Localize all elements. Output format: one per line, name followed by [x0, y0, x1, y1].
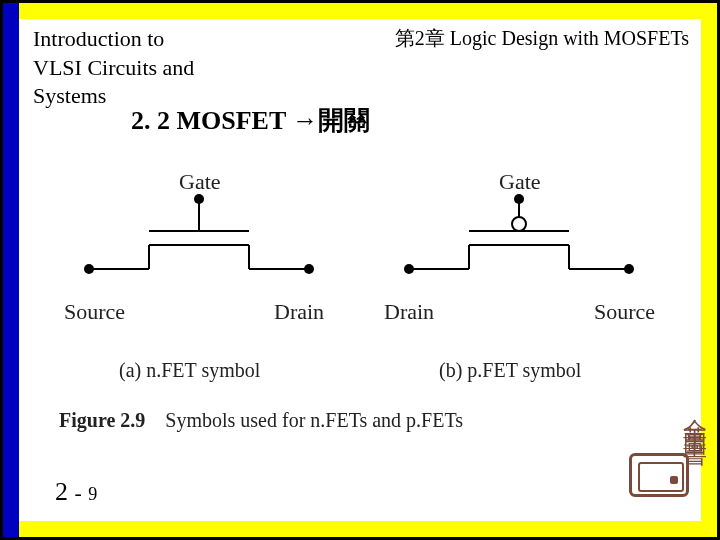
pfet-gate-label: Gate — [499, 169, 541, 195]
chapter-title: 第2章 Logic Design with MOSFETs — [395, 25, 689, 52]
svg-point-18 — [514, 194, 524, 204]
nfet-source-label: Source — [64, 299, 125, 325]
figure-caption: Figure 2.9 Symbols used for n.FETs and p… — [59, 409, 463, 432]
svg-point-19 — [404, 264, 414, 274]
slide-blue-strip — [3, 3, 19, 537]
book-title-line: Introduction to VLSI Circuits and System… — [33, 26, 194, 108]
figure-area: Gate Source Drain (a) n. — [59, 169, 659, 419]
nfet-drain-label: Drain — [274, 299, 324, 325]
slide-content: Introduction to VLSI Circuits and System… — [19, 19, 701, 521]
nfet-diagram: Gate Source Drain (a) n. — [69, 169, 349, 309]
svg-point-11 — [512, 217, 526, 231]
svg-point-8 — [84, 264, 94, 274]
pfet-drain-label: Drain — [384, 299, 434, 325]
figure-text: Symbols used for n.FETs and p.FETs — [165, 409, 463, 431]
publisher-logo-icon — [629, 453, 689, 497]
svg-point-9 — [304, 264, 314, 274]
pfet-caption: (b) p.FET symbol — [439, 359, 581, 382]
page-subnum: 9 — [88, 484, 97, 504]
page-number: 2 - 9 — [55, 477, 97, 507]
nfet-caption: (a) n.FET symbol — [119, 359, 260, 382]
pfet-source-label: Source — [594, 299, 655, 325]
book-title: Introduction to VLSI Circuits and System… — [33, 25, 194, 111]
section-title: 2. 2 MOSFET →開關 — [131, 103, 370, 138]
svg-point-20 — [624, 264, 634, 274]
svg-point-7 — [194, 194, 204, 204]
figure-number: Figure 2.9 — [59, 409, 145, 431]
page-dash: - — [75, 480, 82, 505]
page-chapter: 2 — [55, 477, 68, 506]
publisher-vertical-text: 全華圖書 — [679, 399, 711, 431]
nfet-gate-label: Gate — [179, 169, 221, 195]
pfet-diagram: Gate Drain S — [389, 169, 669, 309]
